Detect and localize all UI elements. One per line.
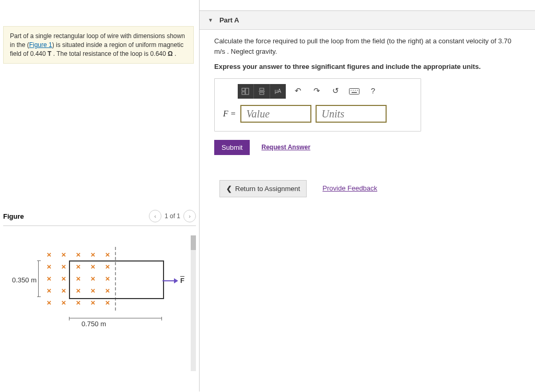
part-header[interactable]: ▼ Part A: [200, 10, 535, 30]
return-label: Return to Assignment: [235, 185, 300, 193]
question-text: Calculate the force required to pull the…: [214, 36, 520, 56]
svg-rect-2: [242, 92, 245, 94]
collapse-icon: ▼: [208, 17, 213, 23]
svg-rect-5: [260, 92, 264, 94]
force-vector: F: [162, 276, 184, 284]
template-icon[interactable]: [238, 84, 254, 99]
next-figure-button[interactable]: ›: [183, 210, 196, 222]
instruction-text: Express your answer to three significant…: [214, 62, 520, 72]
answer-toolbar: μA ↶ ↷ ↺ ?: [238, 84, 416, 99]
figure-canvas: ▲ ××××× ××××× ××××× ××××× ××××× F 0.350 …: [3, 235, 196, 371]
scrollbar-thumb[interactable]: [191, 235, 196, 250]
svg-rect-0: [242, 88, 245, 91]
return-button[interactable]: ❮ Return to Assignment: [219, 180, 307, 197]
svg-rect-11: [352, 92, 357, 93]
dim-vertical-bar: [38, 260, 39, 297]
help-icon[interactable]: ?: [367, 86, 379, 97]
svg-rect-1: [246, 88, 249, 94]
figure-pager: ‹ 1 of 1 ›: [149, 210, 196, 222]
problem-statement: Part of a single rectangular loop of wir…: [3, 26, 194, 64]
undo-icon[interactable]: ↶: [292, 86, 304, 97]
svg-point-9: [355, 90, 356, 91]
prev-figure-button[interactable]: ‹: [149, 210, 161, 222]
reset-icon[interactable]: ↺: [330, 86, 341, 97]
svg-point-7: [351, 90, 352, 91]
feedback-link[interactable]: Provide Feedback: [322, 183, 377, 194]
value-input[interactable]: Value: [240, 105, 311, 123]
dim-horizontal-bar: [69, 318, 162, 318]
figure-link[interactable]: Figure 1: [29, 41, 52, 49]
special-char-icon[interactable]: μA: [270, 84, 286, 99]
part-label: Part A: [219, 16, 239, 24]
chevron-left-icon: ❮: [226, 185, 232, 193]
figure-counter: 1 of 1: [165, 212, 180, 220]
submit-button[interactable]: Submit: [214, 140, 250, 155]
svg-rect-6: [350, 88, 359, 94]
svg-point-10: [357, 90, 358, 91]
svg-point-8: [353, 90, 354, 91]
request-answer-link[interactable]: Request Answer: [261, 142, 310, 152]
answer-panel: μA ↶ ↷ ↺ ? F = Value Units: [214, 78, 421, 132]
keyboard-icon[interactable]: [348, 86, 360, 97]
fraction-icon[interactable]: [254, 84, 270, 99]
svg-rect-3: [260, 88, 264, 90]
dim-width-label: 0.750 m: [82, 320, 106, 328]
figure-title: Figure: [3, 212, 24, 220]
units-input[interactable]: Units: [316, 105, 387, 123]
dim-height-label: 0.350 m: [12, 276, 37, 284]
variable-label: F =: [223, 108, 236, 120]
redo-icon[interactable]: ↷: [311, 86, 322, 97]
wire-loop: [69, 260, 164, 299]
